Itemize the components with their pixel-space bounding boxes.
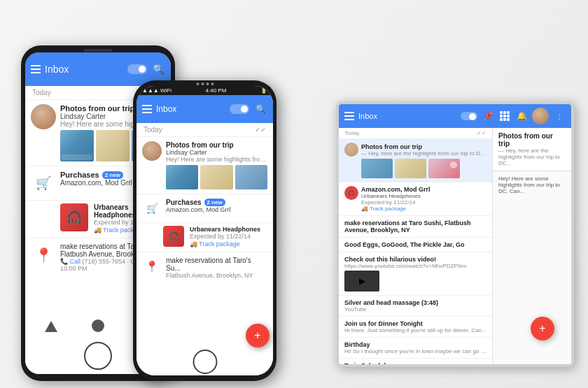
status-dots — [196, 82, 214, 85]
photo-thumb-m-1 — [166, 165, 198, 189]
speaker — [84, 49, 112, 52]
desktop-subject-0: Photos from our trip — [361, 143, 486, 150]
status-bar: ▲▲▲ WiFi 4:40 PM 🔋 — [136, 86, 273, 95]
purchases-item-m[interactable]: 🛒 Purchases 2 new Amazon.com, Mod Grrl — [136, 194, 273, 223]
detail-sender: — Hey, here are the highlights from our … — [498, 148, 566, 166]
pin-icon[interactable]: 📌 — [482, 110, 494, 122]
detail-photo-d-3 — [428, 159, 460, 178]
photo-strip-m — [166, 165, 267, 189]
search-icon[interactable]: 🔍 — [151, 62, 165, 76]
desktop-email-row-4[interactable]: Check out this hilarious video! https://… — [339, 252, 492, 296]
desktop-email-row-5[interactable]: Silver and head massage (3:48) YouTube — [339, 296, 492, 317]
toggle-icon[interactable] — [127, 64, 147, 74]
photo-thumb-m-2 — [200, 165, 232, 189]
maps-icon: 📍 — [31, 243, 56, 268]
scroll-icon[interactable]: ⋮ — [553, 110, 566, 122]
desktop-subject-4: Check out this hilarious video! — [344, 256, 486, 263]
fab-medium[interactable]: + — [246, 324, 270, 347]
desktop-preview-6: Hi there, Just something if you're still… — [344, 327, 486, 333]
maps-content-m: make reservations at Taro's Su... Flatbu… — [166, 257, 267, 279]
fab-desktop[interactable]: + — [531, 317, 554, 340]
track-link-d[interactable]: 🚚 Track package — [361, 206, 486, 212]
home-button-m — [192, 350, 217, 374]
cart-icon-m: 🛒 — [142, 199, 162, 218]
hamburger-icon-m[interactable] — [142, 105, 152, 113]
avatar-lindsay — [31, 104, 56, 129]
detail-photo-d-1 — [361, 159, 393, 178]
phone-medium-toolbar: Inbox 🔍 — [136, 95, 273, 123]
cart-icon: 🛒 — [31, 171, 56, 196]
desktop-sender-1: Urbanears Headphones — [361, 193, 486, 199]
desktop-email-list: Today ✓✓ Photos from our trip — Hey, her… — [339, 128, 493, 364]
maps-title-m: make reservations at Taro's Su... — [166, 257, 267, 272]
headphones-thumb-m: 🎧 — [163, 226, 184, 247]
video-thumb: ▶ — [344, 271, 379, 292]
detail-header: Photos from our trip — Hey, here are the… — [493, 128, 571, 171]
home-icon[interactable] — [92, 319, 104, 332]
purchases-label: Purchases — [60, 171, 99, 179]
detail-body-text: Hey! Here are some highlights from our t… — [498, 175, 560, 194]
headphones-date-m: Expected by 11/22/14 — [190, 233, 267, 240]
desktop-email-row-3[interactable]: Good Eggs, GoGood, The Pickle Jar, Go — [339, 238, 492, 252]
track-label-m: Track package — [199, 240, 240, 247]
desktop-sender-5: YouTube — [344, 306, 486, 312]
headphones-item-m[interactable]: 🎧 Urbanears Headphones Expected by 11/22… — [136, 223, 273, 252]
truck-icon: 🚚 — [94, 227, 102, 233]
desktop-avatar[interactable] — [532, 108, 549, 124]
grid-icon[interactable] — [498, 110, 511, 122]
purchases-content-m: Purchases 2 new Amazon.com, Mod Grrl — [166, 199, 267, 213]
maps-phone: (718) 555-7654 — [83, 258, 126, 265]
face-circle — [450, 161, 457, 168]
photo-thumb-1 — [60, 130, 94, 161]
desktop-email-row-1[interactable]: 🎧 Amazon.com, Mod Grrl Urbanears Headpho… — [339, 182, 492, 216]
bell-icon[interactable]: 🔔 — [515, 110, 528, 122]
purchases-label-m: Purchases — [166, 199, 202, 206]
desktop-subject-8: Train Schedule — [344, 362, 486, 364]
photo-thumb-2 — [96, 130, 130, 161]
battery-icon: 🔋 — [260, 87, 267, 94]
photo-thumb-m-3 — [235, 165, 267, 189]
desktop-subject-3: Good Eggs, GoGood, The Pickle Jar, Go — [344, 241, 486, 248]
truck-icon-m: 🚚 — [190, 240, 197, 247]
desktop-subject-1: Amazon.com, Mod Grrl — [361, 186, 486, 193]
purchases-badge-m: 2 new — [204, 199, 225, 206]
email-sender-m: Lindsay Carter — [166, 149, 267, 156]
toggle-icon-m[interactable] — [230, 104, 249, 114]
grid-icon-inner — [500, 111, 510, 121]
desktop-preview-0: — Hey, here are the highlights from our … — [361, 150, 486, 157]
desktop-email-row-8[interactable]: Train Schedule Re: the team we are havin… — [339, 359, 492, 364]
toggle-icon-d[interactable] — [461, 112, 477, 120]
track-link-m[interactable]: 🚚 Track package — [190, 240, 267, 247]
desktop-email-row-7[interactable]: Birthday Hi! So I thought since you're i… — [339, 338, 492, 359]
desktop-section-header: Today ✓✓ — [339, 128, 492, 139]
desktop-toolbar: Inbox 📌 🔔 ⋮ — [339, 104, 571, 128]
desktop-subject-2: make reservations at Taro Sushi, Flatbus… — [344, 220, 486, 233]
email-preview-m: Hey! Here are some highlights from... — [166, 156, 267, 163]
email-content-photos-m: Photos from our trip Lindsay Carter Hey!… — [166, 141, 267, 189]
search-icon-m[interactable]: 🔍 — [253, 102, 267, 116]
signal-icons: ▲▲▲ WiFi — [142, 87, 172, 94]
section-today-m: Today ✓✓ — [136, 123, 273, 137]
email-item-photos-m[interactable]: Photos from our trip Lindsay Carter Hey!… — [136, 137, 273, 194]
hamburger-icon-d[interactable] — [344, 112, 354, 120]
desktop-email-row-6[interactable]: Join us for Dinner Tonight Hi there, Jus… — [339, 317, 492, 338]
avatar-d-1: 🎧 — [344, 186, 358, 200]
desktop-subject-6: Join us for Dinner Tonight — [344, 320, 486, 327]
hamburger-icon[interactable] — [31, 65, 41, 73]
desktop-email-row-2[interactable]: make reservations at Taro Sushi, Flatbus… — [339, 216, 492, 238]
email-subject-m: Photos from our trip — [166, 141, 267, 149]
maps-sub-m: Flatbush Avenue, Brooklyn, NY — [166, 272, 267, 279]
today-label-m: Today — [144, 126, 162, 134]
purchases-sub-m: Amazon.com, Mod Grrl — [166, 206, 267, 213]
desktop-check: ✓✓ — [477, 130, 486, 136]
detail-photo-d-2 — [395, 159, 426, 178]
check-icon-m: ✓✓ — [255, 126, 266, 134]
toolbar-title: Inbox — [45, 64, 123, 75]
desktop-preview-4: https://www.youtube.com/watch?v=MhxPDZP0… — [344, 263, 486, 269]
desktop: Inbox 📌 🔔 ⋮ — [336, 101, 574, 367]
back-icon[interactable] — [45, 319, 57, 332]
desktop-today-label: Today — [344, 130, 359, 136]
desktop-email-row-0[interactable]: Photos from our trip — Hey, here are the… — [339, 139, 492, 182]
desktop-subject-7: Birthday — [344, 341, 486, 348]
maps-item-m[interactable]: 📍 make reservations at Taro's Su... Flat… — [136, 252, 273, 283]
